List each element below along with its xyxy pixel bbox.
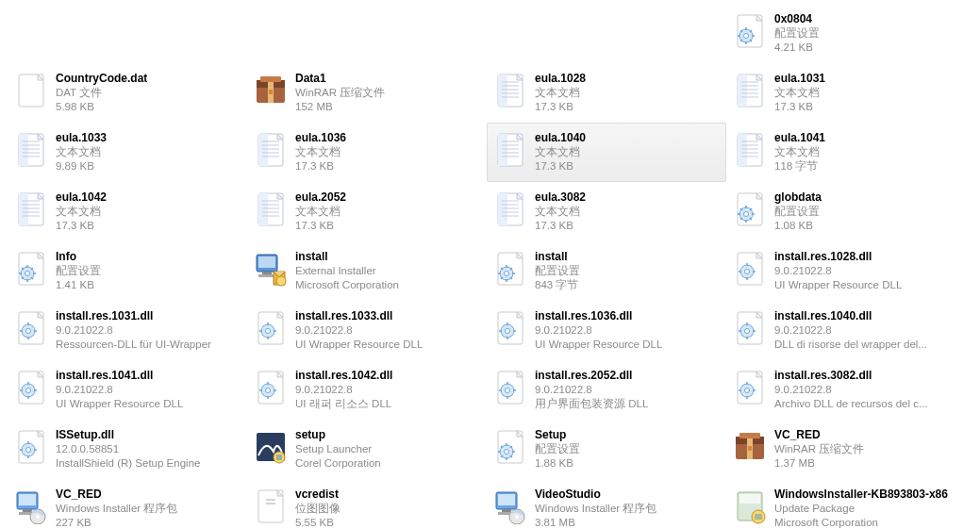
file-item[interactable]: WindowsInstaller-KB893803-x86Update Pack… bbox=[726, 479, 966, 529]
file-name: install.res.1042.dll bbox=[295, 369, 482, 383]
file-name: Setup bbox=[535, 428, 722, 442]
file-type: 文本文档 bbox=[535, 86, 722, 100]
file-info: install.res.1041.dll9.0.21022.8UI Wrappe… bbox=[56, 367, 242, 411]
file-item[interactable]: install配置设置843 字节 bbox=[487, 241, 726, 301]
file-size: 4.21 KB bbox=[774, 41, 961, 55]
file-type: 文本文档 bbox=[56, 205, 242, 219]
dll-icon bbox=[252, 367, 290, 408]
file-type: 配置设置 bbox=[774, 26, 961, 41]
file-size: 用户界面包装资源 DLL bbox=[535, 397, 722, 411]
file-item[interactable]: eula.1031文本文档17.3 KB bbox=[726, 63, 966, 123]
file-item[interactable]: eula.1040文本文档17.3 KB bbox=[487, 123, 726, 182]
file-type: Windows Installer 程序包 bbox=[535, 502, 722, 516]
file-item[interactable]: VC_REDWinRAR 压缩文件1.37 MB bbox=[726, 420, 966, 479]
dll-icon bbox=[731, 307, 769, 349]
file-size: 17.3 KB bbox=[295, 159, 482, 174]
file-type: 文本文档 bbox=[295, 205, 482, 219]
file-item[interactable]: eula.1028文本文档17.3 KB bbox=[487, 63, 726, 123]
file-name: eula.3082 bbox=[535, 190, 722, 205]
file-name: eula.1031 bbox=[774, 72, 961, 86]
file-size: Microsoft Corporation bbox=[295, 278, 482, 292]
file-item[interactable]: CountryCode.datDAT 文件5.98 KB bbox=[8, 63, 247, 123]
archive-icon bbox=[252, 70, 290, 111]
file-type: DAT 文件 bbox=[56, 86, 242, 100]
file-size: Archivo DLL de recursos del c... bbox=[774, 397, 961, 411]
file-type: 配置设置 bbox=[535, 264, 722, 278]
file-size: 17.3 KB bbox=[535, 100, 722, 114]
file-item[interactable]: install.res.1031.dll9.0.21022.8Ressource… bbox=[8, 301, 247, 360]
file-item[interactable]: install.res.1040.dll9.0.21022.8DLL di ri… bbox=[726, 301, 966, 360]
text-icon bbox=[491, 129, 529, 171]
text-icon bbox=[252, 129, 290, 171]
file-item[interactable]: vcredist位图图像5.55 KB bbox=[247, 479, 487, 529]
file-size: 1.37 MB bbox=[774, 456, 961, 471]
file-name: install bbox=[535, 250, 722, 264]
file-item[interactable]: install.res.1028.dll9.0.21022.8UI Wrappe… bbox=[726, 241, 966, 301]
file-info: VC_REDWinRAR 压缩文件1.37 MB bbox=[774, 426, 961, 471]
file-item[interactable]: eula.1042文本文档17.3 KB bbox=[8, 182, 247, 241]
file-item[interactable]: Info配置设置1.41 KB bbox=[8, 241, 247, 301]
file-info: install.res.2052.dll9.0.21022.8用户界面包装资源 … bbox=[535, 367, 722, 411]
file-type: 9.0.21022.8 bbox=[295, 323, 482, 338]
file-item[interactable]: install.res.1042.dll9.0.21022.8UI 래퍼 리소스… bbox=[247, 360, 487, 420]
file-size: 17.3 KB bbox=[535, 219, 722, 233]
file-item[interactable]: install.res.2052.dll9.0.21022.8用户界面包装资源 … bbox=[487, 360, 726, 420]
file-item[interactable]: VC_REDWindows Installer 程序包227 KB bbox=[8, 479, 247, 529]
file-name: setup bbox=[295, 428, 482, 442]
file-item[interactable]: install.res.1041.dll9.0.21022.8UI Wrappe… bbox=[8, 360, 247, 420]
file-item[interactable]: eula.1036文本文档17.3 KB bbox=[247, 123, 487, 182]
file-item[interactable]: globdata配置设置1.08 KB bbox=[726, 182, 966, 241]
text-icon bbox=[252, 189, 290, 230]
file-item[interactable]: Setup配置设置1.88 KB bbox=[487, 420, 726, 479]
file-info: Data1WinRAR 压缩文件152 MB bbox=[295, 70, 482, 114]
dll-icon bbox=[491, 367, 529, 408]
file-info: eula.1028文本文档17.3 KB bbox=[535, 70, 722, 114]
file-info: install.res.1031.dll9.0.21022.8Ressource… bbox=[56, 307, 242, 352]
file-info: install.res.1036.dll9.0.21022.8UI Wrappe… bbox=[535, 307, 722, 352]
config-icon bbox=[12, 248, 50, 289]
file-item[interactable]: eula.1041文本文档118 字节 bbox=[726, 123, 966, 182]
dll-icon bbox=[12, 307, 50, 349]
file-item[interactable]: Data1WinRAR 压缩文件152 MB bbox=[247, 63, 487, 123]
file-item[interactable]: 0x0804配置设置4.21 KB bbox=[726, 4, 966, 63]
file-info: vcredist位图图像5.55 KB bbox=[295, 486, 482, 529]
file-type: 9.0.21022.8 bbox=[56, 383, 242, 397]
text-icon bbox=[731, 129, 769, 171]
file-item[interactable]: installExternal InstallerMicrosoft Corpo… bbox=[247, 241, 487, 301]
file-item[interactable]: install.res.1033.dll9.0.21022.8UI Wrappe… bbox=[247, 301, 487, 360]
file-info: VC_REDWindows Installer 程序包227 KB bbox=[56, 486, 242, 529]
file-size: UI Wrapper Resource DLL bbox=[774, 278, 961, 292]
setup-icon bbox=[252, 426, 290, 468]
file-info: 0x0804配置设置4.21 KB bbox=[774, 10, 961, 55]
bitmap-icon bbox=[252, 486, 290, 527]
file-item[interactable]: eula.2052文本文档17.3 KB bbox=[247, 182, 487, 241]
file-info: eula.1031文本文档17.3 KB bbox=[774, 70, 961, 114]
file-name: eula.1036 bbox=[295, 131, 482, 145]
file-item[interactable]: setupSetup LauncherCorel Corporation bbox=[247, 420, 487, 479]
file-info: VideoStudioWindows Installer 程序包3.81 MB bbox=[535, 486, 722, 529]
file-item[interactable]: install.res.1036.dll9.0.21022.8UI Wrappe… bbox=[487, 301, 726, 360]
file-item[interactable]: ISSetup.dll12.0.0.58851InstallShield (R)… bbox=[8, 420, 247, 479]
file-size: Ressourcen-DLL für UI-Wrapper bbox=[56, 338, 242, 352]
file-type: External Installer bbox=[295, 264, 482, 278]
file-size: 1.88 KB bbox=[535, 456, 722, 471]
file-info: installExternal InstallerMicrosoft Corpo… bbox=[295, 248, 482, 292]
file-item[interactable]: eula.1033文本文档9.89 KB bbox=[8, 123, 247, 182]
dll-icon bbox=[731, 248, 769, 289]
file-name: VC_RED bbox=[774, 428, 961, 442]
file-item[interactable]: eula.3082文本文档17.3 KB bbox=[487, 182, 726, 241]
file-info: install配置设置843 字节 bbox=[535, 248, 722, 292]
file-size: DLL di risorse del wrapper del... bbox=[774, 338, 961, 352]
file-item[interactable]: VideoStudioWindows Installer 程序包3.81 MB bbox=[487, 479, 726, 529]
file-type: 位图图像 bbox=[295, 502, 482, 516]
file-info: setupSetup LauncherCorel Corporation bbox=[295, 426, 482, 471]
file-type: Windows Installer 程序包 bbox=[56, 502, 242, 516]
file-name: WindowsInstaller-KB893803-x86 bbox=[774, 488, 961, 502]
config-icon bbox=[731, 10, 769, 52]
file-size: 1.08 KB bbox=[774, 219, 961, 233]
text-icon bbox=[731, 70, 769, 111]
file-size: 3.81 MB bbox=[535, 516, 722, 529]
file-size: UI Wrapper Resource DLL bbox=[535, 338, 722, 352]
file-item[interactable]: install.res.3082.dll9.0.21022.8Archivo D… bbox=[726, 360, 966, 420]
file-info: Info配置设置1.41 KB bbox=[56, 248, 242, 292]
